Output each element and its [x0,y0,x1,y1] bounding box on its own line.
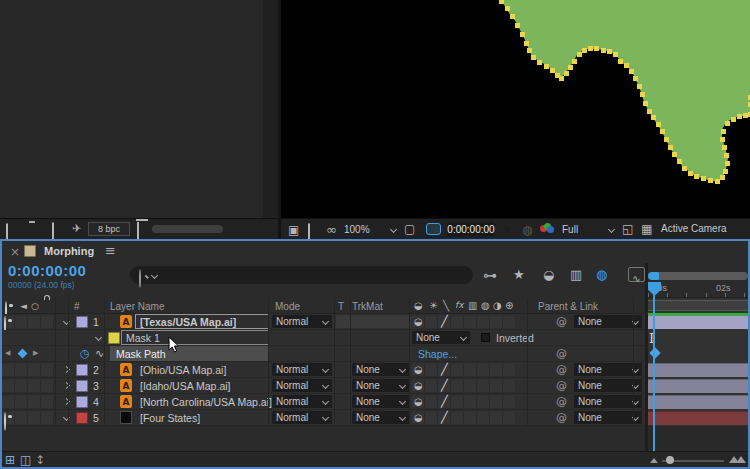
trkmat-column-header[interactable]: TrkMat [352,301,383,312]
layer-switches[interactable] [412,412,515,424]
mask-vertex[interactable] [633,76,638,81]
pickwhip-icon[interactable]: @ [556,380,567,391]
project-scrollbar-track[interactable] [263,0,278,218]
parent-dropdown[interactable]: None [574,315,642,328]
layer-name[interactable]: [North Carolina/USA Map.ai] [140,396,272,408]
mini-flowchart-icon[interactable]: ⊶ [483,268,497,282]
quality-toggle-icon[interactable]: ╱ [441,380,448,391]
av-switches[interactable] [2,396,54,408]
playhead-line[interactable] [653,294,655,451]
pickwhip-icon[interactable]: @ [556,364,567,375]
graph-editor-icon[interactable]: ∿ [628,267,645,282]
eye-icon[interactable] [4,413,6,431]
mode-dropdown[interactable]: Normal [272,379,332,392]
mask-visibility-toggle-icon[interactable] [426,223,441,235]
av-switches[interactable] [2,364,54,376]
mask-path-row[interactable]: ◀ ▶ ◷ ∿ Mask Path Shape... @ [0,346,750,362]
layer-bar-four-states[interactable] [648,411,748,425]
layer-bar-texas[interactable] [648,315,748,329]
av-switches[interactable] [2,380,54,392]
mask-vertex[interactable] [723,169,728,174]
shape-value-link[interactable]: Shape... [418,348,457,360]
mask-vertex[interactable] [520,32,525,37]
mask-vertex[interactable] [588,46,593,51]
parent-dropdown[interactable]: None [574,395,642,408]
mask-vertex[interactable] [640,92,645,97]
mask-vertex[interactable] [629,69,634,74]
mask-vertex[interactable] [524,41,529,46]
parent-link-column-header[interactable]: Parent & Link [538,301,598,312]
mask-vertex[interactable] [531,55,536,60]
keyframe-toggle-icon[interactable] [18,349,28,359]
stopwatch-icon[interactable]: ◷ [80,348,90,359]
layer-switches[interactable] [412,364,515,376]
mask-vertex[interactable] [582,48,587,53]
shy-toggle-icon[interactable]: ◒ [414,317,423,327]
mask-vertex[interactable] [637,84,642,89]
mask-vertex[interactable] [594,46,599,51]
mask-vertex[interactable] [672,152,677,157]
layer-name[interactable]: [Idaho/USA Map.ai] [140,380,230,392]
motion-blur-icon[interactable]: ◍ [596,268,607,281]
toggle-switches-pane-icon[interactable]: ⊞ [5,454,15,466]
layer-row-ohio[interactable]: 2 A [Ohio/USA Map.ai] Normal None ◒ ╱ @ … [0,362,750,378]
quality-toggle-icon[interactable]: ╱ [441,316,448,327]
pickwhip-icon[interactable]: @ [556,396,567,407]
mask-vertex[interactable] [725,161,730,166]
mask-vertex[interactable] [568,65,573,70]
zoom-slider-knob[interactable] [666,456,674,464]
mode-dropdown[interactable]: Normal [272,395,332,408]
close-tab-icon[interactable]: × [10,246,20,258]
mode-column-header[interactable]: Mode [275,301,300,312]
mask-vertex[interactable] [613,52,618,57]
mask-vertex[interactable] [660,129,665,134]
property-name[interactable]: Mask Path [116,348,166,360]
trkmat-dropdown[interactable]: None [352,379,409,392]
navigator-bar[interactable] [659,272,748,280]
mask-vertex[interactable] [677,159,682,164]
mask-vertex[interactable] [505,6,510,11]
mask-vertex[interactable] [537,60,542,65]
mask-vertex[interactable] [731,117,736,122]
mask-vertex[interactable] [668,145,673,150]
layer-bar-idaho[interactable] [648,379,748,393]
transparency-grid-icon[interactable]: ▦ [641,223,652,235]
work-area-bar[interactable] [648,300,748,311]
quality-toggle-icon[interactable]: ╱ [441,364,448,375]
mask-name[interactable]: Mask 1 [126,332,160,344]
label-swatch[interactable] [76,396,88,408]
layer-name[interactable]: [Four States] [140,412,200,424]
layer-row-four-states[interactable]: 5 [Four States] Normal None ◒ ╱ @ None [0,410,750,426]
toggle-inout-pane-icon[interactable]: ↕ [35,454,45,466]
mask-vertex[interactable] [607,49,612,54]
label-swatch[interactable] [76,412,88,424]
trkmat-dropdown[interactable]: None [352,395,409,408]
mode-dropdown[interactable]: Normal [272,363,332,376]
frame-blending-icon[interactable]: ▥ [570,268,582,281]
pickwhip-icon[interactable]: @ [556,412,567,423]
shy-toggle-icon[interactable]: ◒ [414,413,423,423]
grid-guides-icon[interactable]: ▢ [404,223,415,235]
trkmat-dropdown[interactable]: None [352,363,409,376]
mask-vertex[interactable] [527,48,532,53]
panel-menu-icon[interactable]: ≡ [105,244,116,257]
search-options-chevron-icon[interactable] [151,272,158,279]
mode-dropdown[interactable]: Normal [272,315,332,328]
mask-vertex[interactable] [499,0,504,4]
expand-chevron-icon[interactable] [95,334,102,341]
mask-vertex[interactable] [720,175,725,180]
layer-row-idaho[interactable]: 3 A [Idaho/USA Map.ai] Normal None ◒ ╱ @… [0,378,750,394]
mask-vertex[interactable] [572,59,577,64]
label-swatch[interactable] [76,380,88,392]
mask-color-swatch[interactable] [108,332,120,344]
mask-group-row[interactable]: Mask 1 None Inverted [0,330,750,346]
bit-depth-button[interactable]: 8 bpc [88,222,130,236]
mask-vertex[interactable] [647,109,652,114]
mask-vertex[interactable] [564,71,569,76]
mask-vertex[interactable] [618,59,623,64]
next-keyframe-icon[interactable]: ▶ [33,350,38,357]
quality-toggle-icon[interactable]: ╱ [441,396,448,407]
mask-vertex[interactable] [664,137,669,142]
mode-dropdown[interactable]: Normal [272,411,332,424]
zoom-out-icon[interactable] [650,458,658,463]
